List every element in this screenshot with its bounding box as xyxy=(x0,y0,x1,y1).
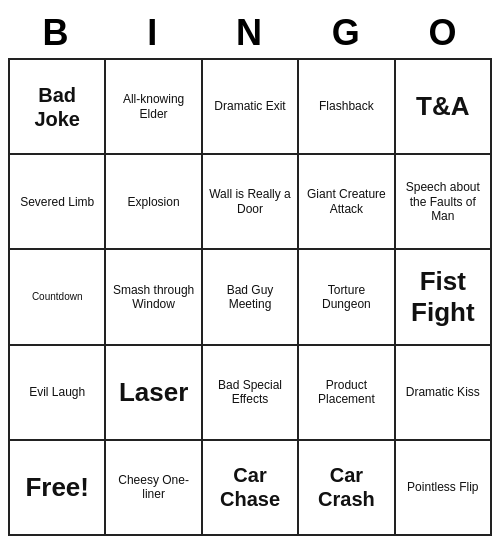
bingo-cell-0: Bad Joke xyxy=(10,60,106,155)
bingo-cell-7: Wall is Really a Door xyxy=(203,155,299,250)
bingo-cell-24: Pointless Flip xyxy=(396,441,492,536)
bingo-cell-13: Torture Dungeon xyxy=(299,250,395,345)
header-g: G xyxy=(298,12,395,54)
bingo-cell-5: Severed Limb xyxy=(10,155,106,250)
bingo-cell-15: Evil Laugh xyxy=(10,346,106,441)
bingo-cell-22: Car Chase xyxy=(203,441,299,536)
header-n: N xyxy=(202,12,299,54)
header-b: B xyxy=(8,12,105,54)
bingo-cell-3: Flashback xyxy=(299,60,395,155)
bingo-cell-4: T&A xyxy=(396,60,492,155)
header-i: I xyxy=(105,12,202,54)
bingo-cell-1: All-knowing Elder xyxy=(106,60,202,155)
bingo-cell-16: Laser xyxy=(106,346,202,441)
bingo-cell-10: Countdown xyxy=(10,250,106,345)
bingo-cell-19: Dramatic Kiss xyxy=(396,346,492,441)
bingo-cell-14: Fist Fight xyxy=(396,250,492,345)
bingo-cell-9: Speech about the Faults of Man xyxy=(396,155,492,250)
bingo-cell-23: Car Crash xyxy=(299,441,395,536)
bingo-cell-18: Product Placement xyxy=(299,346,395,441)
bingo-cell-17: Bad Special Effects xyxy=(203,346,299,441)
bingo-header: B I N G O xyxy=(8,8,492,58)
bingo-cell-12: Bad Guy Meeting xyxy=(203,250,299,345)
bingo-cell-21: Cheesy One-liner xyxy=(106,441,202,536)
bingo-cell-8: Giant Creature Attack xyxy=(299,155,395,250)
bingo-cell-6: Explosion xyxy=(106,155,202,250)
bingo-grid: Bad JokeAll-knowing ElderDramatic ExitFl… xyxy=(8,58,492,536)
bingo-cell-2: Dramatic Exit xyxy=(203,60,299,155)
bingo-cell-11: Smash through Window xyxy=(106,250,202,345)
header-o: O xyxy=(395,12,492,54)
bingo-cell-20: Free! xyxy=(10,441,106,536)
